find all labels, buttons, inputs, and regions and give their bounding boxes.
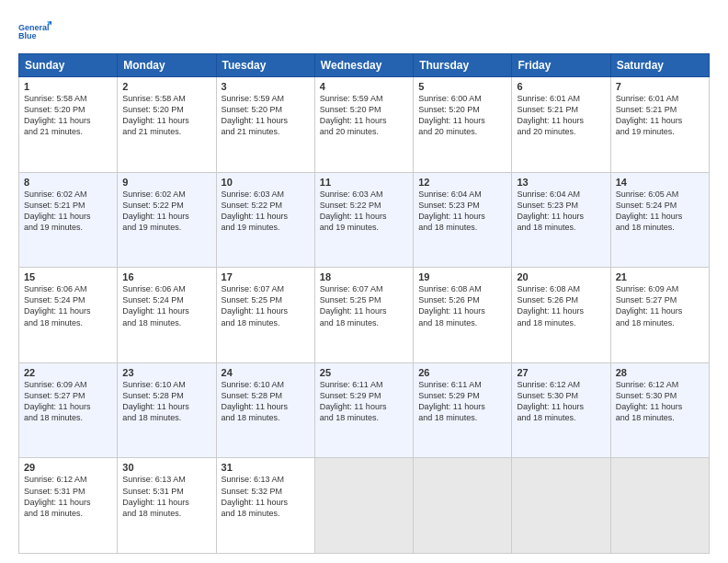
calendar-cell [414,458,512,554]
day-info: Sunrise: 6:10 AM Sunset: 5:28 PM Dayligh… [222,379,310,424]
day-info: Sunrise: 6:02 AM Sunset: 5:21 PM Dayligh… [24,189,112,234]
calendar-week-row: 8Sunrise: 6:02 AM Sunset: 5:21 PM Daylig… [19,172,710,268]
calendar-cell: 30Sunrise: 6:13 AM Sunset: 5:31 PM Dayli… [118,458,216,554]
day-number: 7 [616,81,704,92]
calendar-cell: 25Sunrise: 6:11 AM Sunset: 5:29 PM Dayli… [314,362,413,458]
day-number: 16 [122,271,210,282]
day-info: Sunrise: 6:00 AM Sunset: 5:20 PM Dayligh… [418,93,506,138]
day-number: 12 [418,177,506,188]
day-info: Sunrise: 6:12 AM Sunset: 5:30 PM Dayligh… [616,379,704,424]
day-info: Sunrise: 6:04 AM Sunset: 5:23 PM Dayligh… [517,189,605,234]
calendar-day-header: Monday [118,54,216,77]
day-number: 26 [418,367,506,378]
day-number: 23 [122,367,210,378]
calendar-day-header: Wednesday [314,54,413,77]
calendar-cell: 31Sunrise: 6:13 AM Sunset: 5:32 PM Dayli… [216,458,314,554]
logo: General Blue [18,15,51,48]
day-info: Sunrise: 6:05 AM Sunset: 5:24 PM Dayligh… [616,189,704,234]
calendar-body: 1Sunrise: 5:58 AM Sunset: 5:20 PM Daylig… [19,77,710,554]
calendar-week-row: 15Sunrise: 6:06 AM Sunset: 5:24 PM Dayli… [19,268,710,363]
day-info: Sunrise: 6:11 AM Sunset: 5:29 PM Dayligh… [418,379,506,424]
day-number: 4 [320,81,408,92]
calendar-cell: 11Sunrise: 6:03 AM Sunset: 5:22 PM Dayli… [314,172,413,268]
day-info: Sunrise: 6:11 AM Sunset: 5:29 PM Dayligh… [320,379,408,424]
day-number: 28 [616,367,704,378]
day-info: Sunrise: 6:04 AM Sunset: 5:23 PM Dayligh… [418,189,506,234]
calendar-cell: 10Sunrise: 6:03 AM Sunset: 5:22 PM Dayli… [216,172,314,268]
calendar-cell: 24Sunrise: 6:10 AM Sunset: 5:28 PM Dayli… [216,362,314,458]
day-info: Sunrise: 6:12 AM Sunset: 5:31 PM Dayligh… [24,474,112,519]
day-info: Sunrise: 6:10 AM Sunset: 5:28 PM Dayligh… [122,379,210,424]
calendar-cell: 12Sunrise: 6:04 AM Sunset: 5:23 PM Dayli… [414,172,512,268]
day-number: 11 [320,177,408,188]
svg-text:Blue: Blue [18,31,37,40]
day-info: Sunrise: 6:03 AM Sunset: 5:22 PM Dayligh… [320,189,408,234]
calendar-cell: 20Sunrise: 6:08 AM Sunset: 5:26 PM Dayli… [512,268,610,363]
day-number: 8 [24,177,112,188]
day-number: 5 [418,81,506,92]
day-number: 9 [122,177,210,188]
day-info: Sunrise: 6:09 AM Sunset: 5:27 PM Dayligh… [616,283,704,328]
calendar-cell [512,458,610,554]
calendar-cell: 2Sunrise: 5:58 AM Sunset: 5:20 PM Daylig… [118,77,216,173]
calendar-day-header: Tuesday [216,54,314,77]
calendar-cell: 23Sunrise: 6:10 AM Sunset: 5:28 PM Dayli… [118,362,216,458]
calendar-week-row: 1Sunrise: 5:58 AM Sunset: 5:20 PM Daylig… [19,77,710,173]
calendar-day-header: Sunday [19,54,118,77]
calendar-week-row: 29Sunrise: 6:12 AM Sunset: 5:31 PM Dayli… [19,458,710,554]
calendar-header-row: SundayMondayTuesdayWednesdayThursdayFrid… [19,54,710,77]
day-number: 1 [24,81,112,92]
day-number: 3 [222,81,310,92]
day-number: 10 [222,177,310,188]
day-number: 15 [24,271,112,282]
day-number: 27 [517,367,605,378]
day-number: 31 [222,462,310,473]
day-info: Sunrise: 6:08 AM Sunset: 5:26 PM Dayligh… [517,283,605,328]
calendar-cell [610,458,709,554]
day-number: 29 [24,462,112,473]
calendar-week-row: 22Sunrise: 6:09 AM Sunset: 5:27 PM Dayli… [19,362,710,458]
calendar-cell: 14Sunrise: 6:05 AM Sunset: 5:24 PM Dayli… [610,172,709,268]
calendar-cell: 18Sunrise: 6:07 AM Sunset: 5:25 PM Dayli… [314,268,413,363]
calendar-cell: 15Sunrise: 6:06 AM Sunset: 5:24 PM Dayli… [19,268,118,363]
calendar-cell: 28Sunrise: 6:12 AM Sunset: 5:30 PM Dayli… [610,362,709,458]
page: General Blue SundayMondayTuesdayWednesda… [0,0,728,563]
calendar-day-header: Saturday [610,54,709,77]
day-info: Sunrise: 6:07 AM Sunset: 5:25 PM Dayligh… [320,283,408,328]
day-info: Sunrise: 6:08 AM Sunset: 5:26 PM Dayligh… [418,283,506,328]
calendar-cell [314,458,413,554]
calendar-cell: 1Sunrise: 5:58 AM Sunset: 5:20 PM Daylig… [19,77,118,173]
calendar-cell: 17Sunrise: 6:07 AM Sunset: 5:25 PM Dayli… [216,268,314,363]
day-info: Sunrise: 5:58 AM Sunset: 5:20 PM Dayligh… [122,93,210,138]
day-number: 20 [517,271,605,282]
day-info: Sunrise: 6:06 AM Sunset: 5:24 PM Dayligh… [24,283,112,328]
calendar-cell: 6Sunrise: 6:01 AM Sunset: 5:21 PM Daylig… [512,77,610,173]
header: General Blue [18,15,710,48]
calendar-cell: 4Sunrise: 5:59 AM Sunset: 5:20 PM Daylig… [314,77,413,173]
day-info: Sunrise: 6:06 AM Sunset: 5:24 PM Dayligh… [122,283,210,328]
day-info: Sunrise: 5:59 AM Sunset: 5:20 PM Dayligh… [320,93,408,138]
day-number: 6 [517,81,605,92]
calendar-table: SundayMondayTuesdayWednesdayThursdayFrid… [18,53,710,554]
calendar-cell: 16Sunrise: 6:06 AM Sunset: 5:24 PM Dayli… [118,268,216,363]
calendar-cell: 7Sunrise: 6:01 AM Sunset: 5:21 PM Daylig… [610,77,709,173]
day-number: 22 [24,367,112,378]
day-info: Sunrise: 6:13 AM Sunset: 5:32 PM Dayligh… [222,474,310,519]
calendar-cell: 21Sunrise: 6:09 AM Sunset: 5:27 PM Dayli… [610,268,709,363]
day-info: Sunrise: 6:13 AM Sunset: 5:31 PM Dayligh… [122,474,210,519]
calendar-cell: 8Sunrise: 6:02 AM Sunset: 5:21 PM Daylig… [19,172,118,268]
calendar-day-header: Thursday [414,54,512,77]
day-number: 24 [222,367,310,378]
logo-svg: General Blue [18,15,51,48]
svg-text:General: General [18,23,50,32]
day-info: Sunrise: 6:02 AM Sunset: 5:22 PM Dayligh… [122,189,210,234]
calendar-cell: 27Sunrise: 6:12 AM Sunset: 5:30 PM Dayli… [512,362,610,458]
calendar-cell: 29Sunrise: 6:12 AM Sunset: 5:31 PM Dayli… [19,458,118,554]
day-number: 25 [320,367,408,378]
day-number: 18 [320,271,408,282]
day-info: Sunrise: 5:59 AM Sunset: 5:20 PM Dayligh… [222,93,310,138]
day-info: Sunrise: 6:07 AM Sunset: 5:25 PM Dayligh… [222,283,310,328]
calendar-cell: 5Sunrise: 6:00 AM Sunset: 5:20 PM Daylig… [414,77,512,173]
day-info: Sunrise: 6:09 AM Sunset: 5:27 PM Dayligh… [24,379,112,424]
day-number: 30 [122,462,210,473]
